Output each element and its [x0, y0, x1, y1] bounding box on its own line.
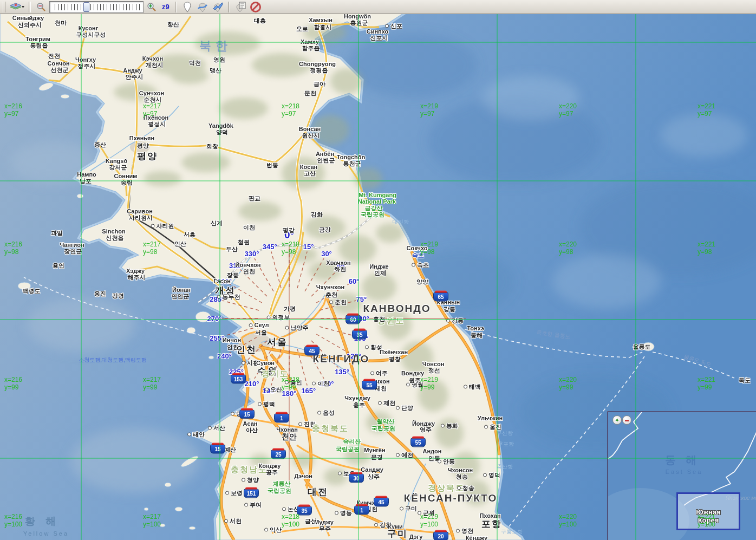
- zoom-slider-thumb[interactable]: [83, 2, 89, 12]
- coordinate-grid-layer: [0, 0, 756, 540]
- notes-button[interactable]: [233, 1, 247, 14]
- white-pin-icon: [182, 1, 193, 13]
- route-pin-icon: [197, 1, 208, 13]
- zoom-out-icon: [36, 2, 46, 12]
- map-layers-button[interactable]: [8, 1, 25, 14]
- zoom-level-readout: z9: [160, 3, 172, 11]
- cancel-tool-button[interactable]: [249, 1, 263, 14]
- zoom-slider-ticks: [52, 4, 141, 10]
- zoom-out-button[interactable]: [34, 1, 48, 14]
- notes-pin-icon: [234, 1, 246, 13]
- cancel-icon: [250, 1, 262, 13]
- zoom-in-icon: [147, 2, 157, 12]
- arrow-pin-icon: [211, 1, 224, 13]
- toolbar-separator: [175, 2, 177, 12]
- toolbar-grip[interactable]: [3, 2, 5, 12]
- map-canvas[interactable]: 0°15°30°45°60°75°90°105°120°135°150°165°…: [0, 0, 756, 540]
- add-placemark-button[interactable]: [180, 1, 194, 14]
- toolbar: z9: [0, 0, 756, 14]
- map-layers-icon: [9, 2, 25, 12]
- draw-arrow-button[interactable]: [211, 1, 225, 14]
- map-application-window: { "toolbar": { "zoom_readout": "z9", "bu…: [0, 0, 756, 540]
- toolbar-separator: [228, 2, 230, 12]
- toolbar-separator: [29, 2, 31, 12]
- draw-route-button[interactable]: [195, 1, 210, 14]
- zoom-in-button[interactable]: [145, 1, 159, 14]
- zoom-slider[interactable]: [49, 1, 144, 13]
